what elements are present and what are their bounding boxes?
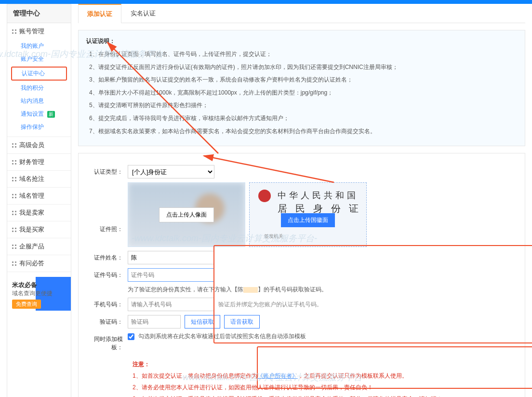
- instructions-title: 认证说明：: [86, 37, 517, 45]
- group-label: 有问必答: [19, 259, 44, 268]
- promo-banner: 米农必备 域名查询更便捷 免费查询: [7, 277, 71, 311]
- sidebar-group-account[interactable]: 账号管理: [7, 23, 71, 40]
- id-issuer-label: 签发机关: [264, 233, 283, 240]
- tabs: 添加认证 实名认证: [78, 4, 525, 23]
- name-label: 证件姓名：: [86, 251, 128, 262]
- id-number-input[interactable]: [128, 268, 214, 282]
- sidebar: 管理中心 账号管理 我的账户 账户安全 认证中心 我的积分 站内消息 通知设置 …: [7, 4, 71, 397]
- notice-item: 2、请务必使用您本人证件进行认证，如因盗用他人证件进行认证导致的一切后果，责任自…: [133, 382, 517, 393]
- num-label: 证件号码：: [86, 268, 128, 279]
- emblem-icon: [258, 190, 271, 202]
- grid-icon: [12, 177, 16, 181]
- grid-icon: [12, 261, 16, 266]
- grid-icon: [12, 245, 16, 249]
- promo-line1: 米农必备: [12, 281, 71, 289]
- sms-code-button[interactable]: 短信获取: [185, 315, 220, 329]
- sidebar-group-finance[interactable]: 财务管理: [7, 154, 71, 170]
- sidebar-group-domain[interactable]: 域名管理: [7, 188, 71, 204]
- instruction-item: 4、单张图片大小不得超过1000k，宽高限制不超过1000px，允许上传的图片类…: [89, 88, 517, 98]
- grid-icon: [12, 29, 16, 34]
- group-label: 域名管理: [19, 192, 44, 200]
- code-label: 验证码：: [86, 315, 128, 326]
- sidebar-item-notify[interactable]: 通知设置 新: [7, 108, 71, 121]
- sidebar-item-messages[interactable]: 站内消息: [7, 95, 71, 108]
- owner-link[interactable]: 《账户所有者》: [257, 372, 298, 379]
- notice-block: 注意： 1、如首次提交认证，将自动把身份信息绑定作为《账户所有者》，之后再提交认…: [133, 358, 517, 397]
- sidebar-item-op-protect[interactable]: 操作保护: [7, 121, 71, 134]
- group-label: 域名抢注: [19, 175, 44, 183]
- sidebar-group-qa[interactable]: 有问必答: [7, 255, 71, 272]
- sidebar-item-my-points[interactable]: 我的积分: [7, 82, 71, 95]
- group-label: 我是买家: [19, 225, 44, 234]
- instruction-item: 1、在身份认证页面，填写姓名、证件号码，上传证件照片，提交认证；: [89, 49, 517, 60]
- phone-label: 手机号码：: [86, 298, 128, 309]
- phone-hint: 验证后并绑定为您账户的认证手机号码。: [218, 301, 322, 309]
- notice-title: 注意：: [133, 358, 517, 370]
- tab-realname-auth[interactable]: 实名认证: [121, 4, 165, 23]
- grid-icon: [12, 143, 16, 148]
- instruction-item: 2、请提交证件正反面照片进行身份认证(有效期内的证件)，照片请勿加水印，因为我们…: [89, 62, 517, 73]
- grid-icon: [12, 160, 16, 164]
- promo-line2: 域名查询更便捷: [12, 289, 71, 298]
- grid-icon: [12, 228, 16, 232]
- instruction-item: 3、如果帐户预留的姓名与认证提交的姓名不一致，系统会自动修改客户资料中姓名为提交…: [89, 75, 517, 85]
- template-hint: 勾选则系统将在此实名审核通过后尝试按照实名信息自动添加模板: [138, 332, 306, 341]
- instruction-item: 7、根据域名实名政策要求，如本站合作商需要实名，本站会提交您的实名材料到合作商平…: [89, 126, 517, 137]
- auth-type-select[interactable]: [个人]身份证: [128, 165, 214, 178]
- sidebar-group-bid[interactable]: 域名抢注: [7, 171, 71, 187]
- sidebar-group-seller[interactable]: 我是卖家: [7, 205, 71, 221]
- notice-item: 3、如首次提交认证，手机号将自动设置成认证手机，手机也将做为帐号安全体系的一部分…: [133, 393, 517, 397]
- sidebar-group-enterprise[interactable]: 企服产品: [7, 238, 71, 255]
- upload-back-button[interactable]: 点击上传国徽面: [281, 213, 335, 227]
- main-content: 添加认证 实名认证 -www.idctalk.com-国内专业云计算交流服务平台…: [78, 4, 525, 397]
- promo-button[interactable]: 免费查询: [12, 300, 41, 309]
- instructions-panel: 认证说明： 1、在身份认证页面，填写姓名、证件号码，上传证件照片，提交认证； 2…: [78, 30, 525, 146]
- sidebar-item-verify-center-wrap: 认证中心: [11, 67, 67, 81]
- grid-icon: [12, 211, 16, 215]
- sidebar-item-verify-center[interactable]: 认证中心: [22, 68, 45, 79]
- group-label: 企服产品: [19, 242, 44, 251]
- group-label: 账号管理: [19, 27, 44, 36]
- sidebar-group-buyer[interactable]: 我是买家: [7, 221, 71, 238]
- verify-code-input[interactable]: [128, 315, 181, 329]
- voice-code-button[interactable]: 语音获取: [224, 315, 260, 329]
- upload-back-box[interactable]: 中华人民共和国 居 民 身 份 证 点击上传国徽面 签发机关: [249, 182, 367, 247]
- upload-front-button[interactable]: 点击上传人像面: [159, 207, 214, 222]
- instruction-item: 5、请提交清晰可辨别的证件原件彩色扫描件；: [89, 100, 517, 111]
- phone-input[interactable]: [128, 298, 214, 311]
- auth-form: 认证类型： [个人]身份证 证件照： 点击上传人像面 中华人民共和: [78, 153, 525, 397]
- sidebar-item-account-security[interactable]: 账户安全: [7, 53, 71, 66]
- template-label: 同时添加模板：: [86, 332, 128, 352]
- sidebar-item-my-account[interactable]: 我的账户: [7, 40, 71, 53]
- badge-new: 新: [47, 111, 55, 118]
- upload-front-box[interactable]: 点击上传人像面: [128, 182, 245, 247]
- id-country: 中华人民共和国: [278, 190, 359, 201]
- template-checkbox[interactable]: [128, 333, 134, 340]
- name-input[interactable]: [128, 251, 214, 264]
- tab-add-auth[interactable]: 添加认证: [78, 4, 121, 23]
- group-label: 我是卖家: [19, 208, 44, 217]
- group-label: 高级会员: [19, 141, 44, 150]
- verify-tip: 为了验证您的身份真实性，请在下方输入【陈】的手机号码获取验证码。: [128, 286, 327, 294]
- sidebar-item-label: 通知设置: [21, 110, 44, 117]
- sidebar-title: 管理中心: [7, 4, 71, 23]
- type-label: 认证类型：: [86, 165, 128, 176]
- grid-icon: [12, 194, 16, 198]
- instruction-item: 6、提交完成后，请等待我司专员进行审核，审核结果会以邮件方式通知用户；: [89, 113, 517, 124]
- notice-item: 1、如首次提交认证，将自动把身份信息绑定作为《账户所有者》，之后再提交认证只作为…: [133, 370, 517, 382]
- group-label: 财务管理: [19, 158, 44, 166]
- sidebar-group-vip[interactable]: 高级会员: [7, 137, 71, 153]
- photo-label: 证件照：: [86, 196, 128, 233]
